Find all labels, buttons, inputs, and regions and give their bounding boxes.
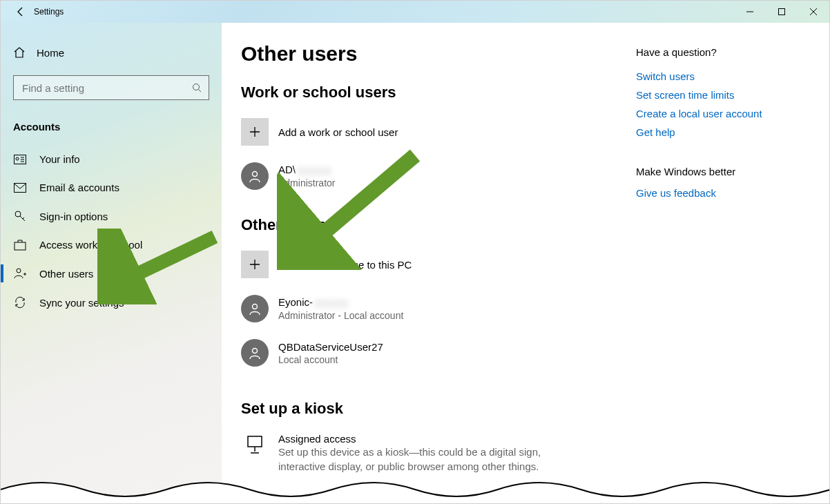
redacted-text <box>297 166 331 176</box>
close-button[interactable] <box>798 1 829 23</box>
kiosk-icon <box>241 433 269 455</box>
svg-rect-16 <box>248 436 262 447</box>
kiosk-title: Assigned access <box>278 433 582 445</box>
sidebar-item-label: Sync your settings <box>39 297 124 309</box>
user-avatar-icon <box>241 339 269 367</box>
help-link-create-local-account[interactable]: Create a local user account <box>636 108 802 119</box>
svg-point-5 <box>16 157 19 160</box>
main-content: Other users Work or school users Add a w… <box>222 23 829 503</box>
search-input[interactable] <box>21 81 192 95</box>
titlebar: Settings <box>1 1 829 23</box>
add-other-user-label: Add someone else to this PC <box>278 259 412 271</box>
search-icon <box>192 83 202 93</box>
add-work-user-button[interactable]: Add a work or school user <box>241 114 622 158</box>
work-user-role: Administrator <box>278 177 335 188</box>
other-user-entry[interactable]: Eyonic- Administrator - Local account <box>241 291 622 335</box>
kiosk-description: Set up this device as a kiosk—this could… <box>278 445 582 474</box>
briefcase-icon <box>13 240 27 251</box>
svg-rect-9 <box>15 183 26 192</box>
home-icon <box>13 46 26 59</box>
redacted-text <box>314 299 349 309</box>
sidebar-item-access-work-school[interactable]: Access work or school <box>1 231 222 259</box>
assigned-access-button[interactable]: Assigned access Set up this device as a … <box>241 430 622 474</box>
user-avatar-icon <box>241 162 269 190</box>
plus-icon <box>241 118 269 146</box>
help-sidebar: Have a question? Switch users Set screen… <box>622 42 802 503</box>
other-user-role: Administrator - Local account <box>278 310 403 321</box>
make-windows-better-label: Make Windows better <box>636 166 802 177</box>
sidebar-item-sync-settings[interactable]: Sync your settings <box>1 288 222 317</box>
other-user-role: Local account <box>278 354 383 365</box>
other-user-name: QBDataServiceUser27 <box>278 341 383 353</box>
page-title: Other users <box>241 42 622 66</box>
window-controls <box>734 1 829 23</box>
svg-point-2 <box>193 84 200 90</box>
other-user-entry[interactable]: QBDataServiceUser27 Local account <box>241 335 622 379</box>
sidebar-item-signin-options[interactable]: Sign-in options <box>1 202 222 231</box>
svg-point-15 <box>253 349 258 353</box>
section-kiosk: Set up a kiosk <box>241 400 622 418</box>
have-question-label: Have a question? <box>636 46 802 58</box>
sidebar-item-label: Email & accounts <box>39 182 119 193</box>
other-user-name: Eyonic- <box>278 296 403 308</box>
section-other-users: Other users <box>241 216 622 234</box>
sidebar-item-your-info[interactable]: Your info <box>1 145 222 173</box>
svg-point-14 <box>253 304 258 309</box>
svg-point-10 <box>15 211 21 217</box>
svg-point-13 <box>253 172 258 177</box>
home-label: Home <box>37 47 64 59</box>
back-button[interactable] <box>10 6 31 17</box>
sidebar-item-other-users[interactable]: Other users <box>1 259 222 288</box>
sidebar-item-label: Other users <box>39 268 93 280</box>
sidebar: Home Accounts Your info Email & accounts <box>1 23 222 503</box>
mail-icon <box>13 183 27 193</box>
add-work-user-label: Add a work or school user <box>278 126 398 138</box>
feedback-link[interactable]: Give us feedback <box>636 187 802 199</box>
help-link-get-help[interactable]: Get help <box>636 126 802 138</box>
user-avatar-icon <box>241 295 269 322</box>
add-other-user-button[interactable]: Add someone else to this PC <box>241 246 622 291</box>
window-title: Settings <box>31 7 64 17</box>
work-user-name: AD\ <box>278 164 335 175</box>
svg-point-12 <box>17 269 21 273</box>
help-link-switch-users[interactable]: Switch users <box>636 70 802 82</box>
home-nav[interactable]: Home <box>1 39 222 66</box>
key-icon <box>13 210 27 222</box>
work-user-entry[interactable]: AD\ Administrator <box>241 158 622 202</box>
person-plus-icon <box>13 267 27 280</box>
sidebar-item-label: Your info <box>39 153 80 165</box>
svg-line-3 <box>199 90 202 93</box>
category-label: Accounts <box>1 114 222 145</box>
sidebar-item-email-accounts[interactable]: Email & accounts <box>1 173 222 202</box>
minimize-button[interactable] <box>734 1 766 23</box>
plus-icon <box>241 251 269 278</box>
svg-rect-1 <box>779 9 785 15</box>
sync-icon <box>13 296 27 309</box>
sidebar-item-label: Sign-in options <box>39 211 108 222</box>
sidebar-item-label: Access work or school <box>39 239 142 251</box>
svg-rect-11 <box>15 242 26 250</box>
maximize-button[interactable] <box>766 1 798 23</box>
search-field[interactable] <box>13 75 209 100</box>
section-work-users: Work or school users <box>241 84 622 101</box>
help-link-screen-time[interactable]: Set screen time limits <box>636 89 802 101</box>
person-card-icon <box>13 155 27 164</box>
